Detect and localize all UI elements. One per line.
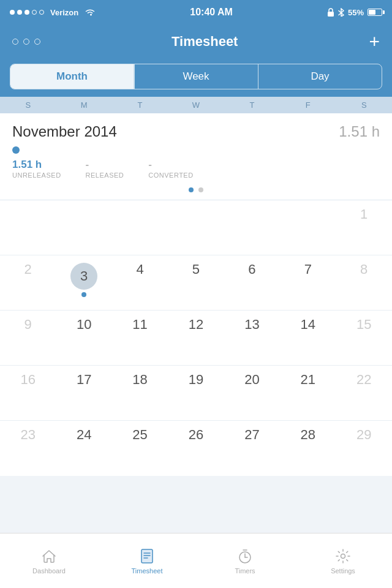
summary-stats: 1.51 h UNRELEASED - RELEASED - CONVERTED	[12, 159, 380, 179]
calendar-day-9[interactable]: 9	[0, 311, 56, 365]
stat-unreleased: 1.51 h UNRELEASED	[12, 159, 61, 179]
page-title: Timesheet	[172, 34, 238, 50]
nav-bar: Timesheet +	[0, 24, 392, 59]
calendar-day-19[interactable]: 19	[168, 366, 224, 420]
calendar-week-5: 23 24 25 26 27 28 29	[0, 421, 392, 476]
calendar-week-3: 9 10 11 12 13 14 15	[0, 311, 392, 366]
unreleased-value: 1.51 h	[12, 159, 61, 171]
calendar-day-16[interactable]: 16	[0, 366, 56, 420]
calendar-day-29[interactable]: 29	[336, 421, 392, 476]
calendar-day-2[interactable]: 2	[0, 255, 56, 310]
status-carrier: Verizon	[10, 8, 96, 17]
stat-released: - RELEASED	[86, 159, 124, 179]
calendar-day-1[interactable]: 1	[336, 200, 392, 255]
tab-timesheet-label: Timesheet	[132, 567, 163, 575]
wifi-icon	[85, 8, 96, 17]
calendar-week-1: 1	[0, 200, 392, 255]
day-header-mon: M	[56, 100, 111, 110]
calendar-day-26[interactable]: 26	[168, 421, 224, 476]
calendar-day-12[interactable]: 12	[168, 311, 224, 365]
calendar-day-7[interactable]: 7	[280, 255, 336, 310]
status-bar: Verizon 10:40 AM 55%	[0, 0, 392, 24]
converted-value: -	[148, 159, 193, 171]
day-header-tue: T	[112, 100, 168, 110]
segment-month[interactable]: Month	[10, 64, 134, 89]
calendar-day-15[interactable]: 15	[336, 311, 392, 365]
tab-settings[interactable]: Settings	[294, 533, 392, 588]
calendar-day-empty	[280, 200, 336, 255]
calendar-day-8[interactable]: 8	[336, 255, 392, 310]
status-time: 10:40 AM	[190, 7, 233, 18]
status-battery: 55%	[327, 8, 382, 17]
home-icon	[40, 548, 58, 565]
calendar-day-20[interactable]: 20	[224, 366, 280, 420]
day-header-thu: T	[224, 100, 280, 110]
calendar: 1 2 3 4 5 6 7 8 9 10	[0, 200, 392, 476]
add-button[interactable]: +	[369, 32, 380, 51]
calendar-day-empty	[224, 200, 280, 255]
page-dot-2	[198, 187, 203, 192]
bluetooth-icon	[338, 8, 344, 17]
calendar-day-empty	[112, 200, 168, 255]
segment-week[interactable]: Week	[135, 64, 258, 89]
lock-icon	[327, 8, 334, 17]
summary-card: November 2014 1.51 h 1.51 h UNRELEASED -…	[0, 113, 392, 200]
released-value: -	[86, 159, 124, 171]
summary-dot	[12, 146, 20, 154]
calendar-day-13[interactable]: 13	[224, 311, 280, 365]
calendar-day-14[interactable]: 14	[280, 311, 336, 365]
unreleased-label: UNRELEASED	[12, 172, 61, 179]
released-label: RELEASED	[86, 172, 124, 179]
calendar-day-17[interactable]: 17	[56, 366, 111, 420]
calendar-day-10[interactable]: 10	[56, 311, 111, 365]
day-header-wed: W	[168, 100, 224, 110]
timesheet-icon	[138, 548, 156, 565]
calendar-day-11[interactable]: 11	[112, 311, 168, 365]
calendar-day-6[interactable]: 6	[224, 255, 280, 310]
nav-dots	[12, 39, 40, 45]
calendar-day-25[interactable]: 25	[112, 421, 168, 476]
tab-timers[interactable]: Timers	[196, 533, 294, 588]
calendar-day-22[interactable]: 22	[336, 366, 392, 420]
calendar-week-4: 16 17 18 19 20 21 22	[0, 366, 392, 421]
day-indicator	[81, 292, 86, 297]
calendar-day-21[interactable]: 21	[280, 366, 336, 420]
segment-day[interactable]: Day	[258, 64, 382, 89]
svg-point-9	[341, 554, 345, 558]
segment-bar: Month Week Day	[0, 59, 392, 97]
summary-total-hours: 1.51 h	[339, 123, 380, 140]
day-header-sun: S	[0, 100, 56, 110]
segment-control: Month Week Day	[10, 64, 382, 89]
calendar-day-empty	[168, 200, 224, 255]
timers-icon	[236, 548, 254, 565]
calendar-day-3[interactable]: 3	[56, 255, 111, 310]
calendar-day-27[interactable]: 27	[224, 421, 280, 476]
tab-settings-label: Settings	[331, 567, 355, 575]
day-headers: S M T W T F S	[0, 97, 392, 113]
tab-bar: Dashboard Timesheet Timers Settings	[0, 533, 392, 588]
stat-converted: - CONVERTED	[148, 159, 193, 179]
tab-dashboard[interactable]: Dashboard	[0, 533, 98, 588]
calendar-day-28[interactable]: 28	[280, 421, 336, 476]
calendar-day-18[interactable]: 18	[112, 366, 168, 420]
svg-rect-0	[328, 12, 334, 17]
calendar-day-24[interactable]: 24	[56, 421, 111, 476]
day-header-sat: S	[336, 100, 392, 110]
calendar-day-4[interactable]: 4	[112, 255, 168, 310]
summary-month: November 2014	[12, 123, 117, 140]
tab-timesheet[interactable]: Timesheet	[98, 533, 196, 588]
tab-timers-label: Timers	[235, 567, 255, 575]
calendar-day-empty	[56, 200, 111, 255]
calendar-day-5[interactable]: 5	[168, 255, 224, 310]
calendar-day-23[interactable]: 23	[0, 421, 56, 476]
calendar-day-empty	[0, 200, 56, 255]
tab-dashboard-label: Dashboard	[32, 567, 66, 575]
svg-rect-1	[141, 549, 153, 563]
converted-label: CONVERTED	[148, 172, 193, 179]
pagination-dots	[12, 187, 380, 192]
day-header-fri: F	[280, 100, 336, 110]
page-dot-1	[189, 187, 194, 192]
settings-icon	[334, 548, 352, 565]
calendar-week-2: 2 3 4 5 6 7 8	[0, 255, 392, 311]
